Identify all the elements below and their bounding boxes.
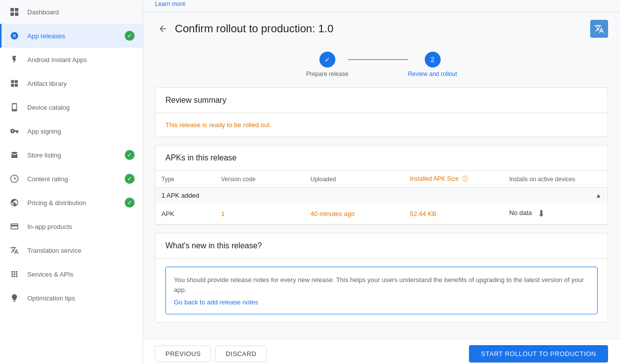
sidebar-label-app-releases: App releases: [27, 32, 65, 40]
apks-title: APKs in this release: [165, 153, 236, 162]
grid-icon: [9, 7, 19, 17]
api-icon: [9, 269, 19, 279]
review-summary-header: Review summary: [155, 88, 608, 113]
apks-tbody: 1 APK added ▲ APK 1 40 minutes ago 52.44…: [155, 188, 608, 224]
apk-group-row[interactable]: 1 APK added ▲: [155, 188, 608, 204]
sidebar: Dashboard App releases ✓ Android Instant…: [0, 0, 143, 364]
step-connector: [348, 59, 408, 60]
sidebar-item-services-apis[interactable]: Services & APIs: [0, 262, 143, 286]
sidebar-label-device-catalog: Device catalog: [27, 104, 70, 111]
apks-header: APKs in this release: [155, 146, 608, 171]
sidebar-item-pricing-distribution[interactable]: Pricing & distribution ✓: [0, 191, 143, 215]
discard-button[interactable]: DISCARD: [215, 346, 267, 362]
rocket-icon: [9, 31, 19, 41]
start-rollout-button[interactable]: START ROLLOUT TO PRODUCTION: [469, 345, 608, 363]
page-header: Confirm rollout to production: 1.0: [143, 12, 620, 44]
apk-group-label: 1 APK added ▲: [155, 188, 608, 204]
key-icon: [9, 126, 19, 136]
release-notes-box: You should provide release notes for eve…: [165, 267, 598, 314]
sidebar-item-in-app-products[interactable]: In-app products: [0, 215, 143, 238]
footer-left: PREVIOUS DISCARD: [155, 346, 267, 362]
apks-table: Type Version code Uploaded Installed APK…: [155, 171, 608, 224]
release-notes-warning: You should provide release notes for eve…: [174, 275, 589, 294]
sidebar-item-device-catalog[interactable]: Device catalog: [0, 95, 143, 119]
ready-text: This release is ready to be rolled out.: [165, 121, 271, 129]
table-row: APK 1 40 minutes ago 52.44 KB No data ⬇: [155, 203, 608, 224]
apks-card: APKs in this release Type Version code U…: [155, 145, 608, 225]
sidebar-item-dashboard[interactable]: Dashboard: [0, 0, 143, 24]
sidebar-item-app-signing[interactable]: App signing: [0, 119, 143, 143]
col-version-code: Version code: [215, 171, 305, 188]
sidebar-label-dashboard: Dashboard: [27, 8, 59, 16]
sidebar-label-translation-service: Translation service: [27, 247, 81, 254]
sidebar-item-app-releases[interactable]: App releases ✓: [0, 24, 143, 48]
translate-icon: [9, 245, 19, 255]
content-area: Review summary This release is ready to …: [143, 87, 620, 339]
lightning-icon: [9, 55, 19, 65]
footer: PREVIOUS DISCARD START ROLLOUT TO PRODUC…: [143, 339, 620, 364]
apk-type: APK: [155, 203, 215, 224]
apks-thead: Type Version code Uploaded Installed APK…: [155, 171, 608, 188]
apk-installs: No data ⬇: [503, 203, 608, 224]
step-review-label: Review and rollout: [408, 71, 457, 77]
go-back-link[interactable]: Go back to add release notes: [174, 298, 258, 306]
main-content: Learn more Confirm rollout to production…: [143, 0, 620, 364]
sidebar-item-android-instant[interactable]: Android Instant Apps: [0, 48, 143, 72]
svg-rect-2: [10, 12, 14, 16]
step-prepare-label: Prepare release: [306, 71, 348, 77]
table-icon: [9, 78, 19, 88]
col-installs: Installs on active devices: [503, 171, 608, 188]
sidebar-label-services-apis: Services & APIs: [27, 271, 73, 278]
content-rating-check: ✓: [125, 174, 135, 184]
review-summary-card: Review summary This release is ready to …: [155, 87, 608, 137]
sidebar-label-optimization-tips: Optimization tips: [27, 294, 75, 302]
learn-more-link[interactable]: Learn more: [155, 0, 185, 7]
col-installed-size: Installed APK Size ⓘ: [404, 171, 503, 188]
sidebar-item-content-rating[interactable]: Content rating ✓: [0, 167, 143, 191]
back-button[interactable]: [155, 21, 171, 37]
svg-rect-1: [15, 8, 18, 11]
sidebar-label-pricing-distribution: Pricing & distribution: [27, 199, 86, 207]
release-notes-title: What's new in this release?: [165, 241, 262, 250]
download-button[interactable]: ⬇: [538, 209, 545, 218]
release-notes-header: What's new in this release?: [155, 233, 608, 259]
sidebar-label-content-rating: Content rating: [27, 175, 68, 183]
apk-uploaded: 40 minutes ago: [305, 203, 404, 224]
sidebar-item-optimization-tips[interactable]: Optimization tips: [0, 286, 143, 310]
step-prepare-circle: ✓: [319, 52, 335, 68]
step-prepare: ✓ Prepare release: [306, 52, 348, 77]
col-type: Type: [155, 171, 215, 188]
help-icon[interactable]: ⓘ: [462, 175, 468, 182]
stepper: ✓ Prepare release 2 Review and rollout: [143, 44, 620, 87]
sidebar-label-artifact-library: Artifact library: [27, 80, 67, 87]
top-bar: Learn more: [143, 0, 620, 12]
release-notes-card: What's new in this release? You should p…: [155, 233, 608, 323]
apk-installed-size: 52.44 KB: [404, 203, 503, 224]
svg-rect-0: [10, 8, 14, 11]
sidebar-item-store-listing[interactable]: Store listing ✓: [0, 143, 143, 167]
previous-button[interactable]: PREVIOUS: [155, 346, 211, 362]
apk-version-code: 1: [215, 203, 305, 224]
page-title: Confirm rollout to production: 1.0: [175, 22, 333, 35]
store-icon: [9, 150, 19, 160]
apks-table-wrapper: Type Version code Uploaded Installed APK…: [155, 171, 608, 224]
sidebar-item-artifact-library[interactable]: Artifact library: [0, 72, 143, 95]
review-summary-title: Review summary: [165, 96, 227, 104]
device-icon: [9, 102, 19, 112]
collapse-icon[interactable]: ▲: [595, 192, 602, 199]
sidebar-item-translation-service[interactable]: Translation service: [0, 238, 143, 262]
sidebar-label-app-signing: App signing: [27, 128, 61, 135]
review-summary-body: This release is ready to be rolled out.: [155, 113, 608, 137]
translate-button[interactable]: [590, 20, 608, 38]
col-uploaded: Uploaded: [305, 171, 404, 188]
rating-icon: [9, 174, 19, 184]
sidebar-label-in-app-products: In-app products: [27, 223, 72, 230]
step-review: 2 Review and rollout: [408, 52, 457, 77]
card-icon: [9, 221, 19, 231]
release-notes-body: You should provide release notes for eve…: [155, 259, 608, 322]
sidebar-label-store-listing: Store listing: [27, 151, 61, 159]
store-listing-check: ✓: [125, 150, 135, 160]
svg-rect-3: [15, 12, 18, 16]
sidebar-label-android-instant: Android Instant Apps: [27, 56, 87, 64]
app-releases-check: ✓: [125, 31, 135, 41]
